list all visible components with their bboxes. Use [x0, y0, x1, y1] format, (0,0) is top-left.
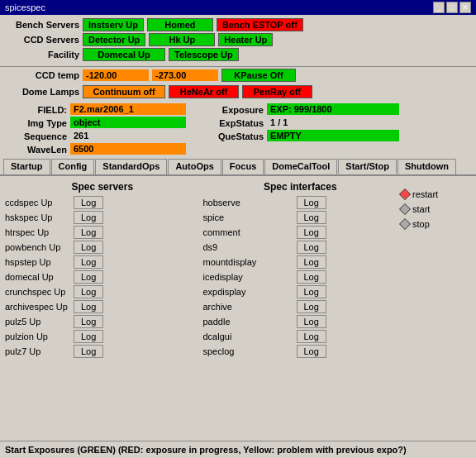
interface-log-button[interactable]: Log: [297, 345, 326, 358]
tab-startstop[interactable]: Start/Stop: [338, 159, 397, 174]
tab-config[interactable]: Config: [51, 159, 95, 174]
detector-button[interactable]: Detector Up: [83, 33, 145, 46]
restart-control[interactable]: restart: [401, 189, 471, 199]
wavelen-label: WaveLen: [5, 143, 67, 155]
tab-domecaltool[interactable]: DomeCalTool: [264, 159, 337, 174]
bench-estop-button[interactable]: Bench ESTOP off: [217, 18, 303, 31]
interface-log-button[interactable]: Log: [297, 270, 326, 284]
interface-log-button[interactable]: Log: [297, 241, 326, 254]
interface-row: archive Log: [203, 300, 398, 313]
interface-name: comment: [203, 227, 294, 237]
interface-name: hobserve: [203, 198, 294, 208]
window-controls[interactable]: _ □ ✕: [433, 2, 471, 13]
server-log-button[interactable]: Log: [74, 196, 103, 209]
sequence-value: 261: [70, 130, 186, 141]
interface-log-button[interactable]: Log: [297, 211, 326, 224]
server-log-button[interactable]: Log: [74, 300, 103, 313]
tab-autoops[interactable]: AutoOps: [168, 159, 221, 174]
server-log-button[interactable]: Log: [74, 211, 103, 224]
tab-focus[interactable]: Focus: [222, 159, 264, 174]
interface-name: ds9: [203, 242, 294, 252]
start-icon: [399, 203, 411, 215]
interface-log-button[interactable]: Log: [297, 330, 326, 343]
spec-interfaces-panel: Spec interfaces hobserve Log spice Log c…: [203, 181, 398, 392]
interface-row: ds9 Log: [203, 241, 398, 254]
exposure-label: Exposure: [189, 103, 264, 115]
tab-startup[interactable]: Startup: [3, 159, 50, 174]
field-value: F2.mar2006_1: [70, 103, 186, 115]
kpause-button[interactable]: KPause Off: [221, 69, 296, 82]
server-name: pulzion Up: [5, 332, 71, 341]
server-log-button[interactable]: Log: [74, 255, 103, 269]
domecal-button[interactable]: Domecal Up: [83, 48, 165, 61]
continuum-button[interactable]: Continuum off: [83, 85, 165, 98]
interface-log-button[interactable]: Log: [297, 255, 326, 269]
interface-name: icedisplay: [203, 272, 294, 282]
server-name: archivespec Up: [5, 302, 71, 312]
interface-row: expdisplay Log: [203, 285, 398, 298]
tab-standardops[interactable]: StandardOps: [95, 159, 167, 174]
controls-panel: restart start stop: [401, 181, 471, 392]
interface-name: expdisplay: [203, 287, 294, 297]
start-control[interactable]: start: [401, 204, 471, 214]
server-log-button[interactable]: Log: [74, 270, 103, 284]
questatus-value: EMPTY: [267, 130, 399, 141]
server-log-button[interactable]: Log: [74, 330, 103, 343]
server-row: hskspec Up Log: [5, 211, 200, 224]
heneAr-button[interactable]: HeNeAr off: [169, 85, 239, 98]
window-title: spicespec: [5, 2, 45, 12]
hk-button[interactable]: Hk Up: [149, 33, 215, 46]
interface-name: dcalgui: [203, 332, 294, 341]
stop-control[interactable]: stop: [401, 219, 471, 229]
server-row: archivespec Up Log: [5, 300, 200, 313]
server-log-button[interactable]: Log: [74, 285, 103, 298]
heater-button[interactable]: Heater Up: [218, 33, 273, 46]
expstatus-value: 1 / 1: [267, 117, 399, 128]
bench-servers-row: Bench Servers Instserv Up Homed Bench ES…: [5, 18, 471, 31]
temp1-value: -120.00: [83, 69, 149, 81]
interface-log-button[interactable]: Log: [297, 315, 326, 328]
instserv-button[interactable]: Instserv Up: [83, 18, 144, 31]
server-name: pulz5 Up: [5, 317, 71, 327]
server-row: pulz7 Up Log: [5, 345, 200, 358]
spec-servers-title: Spec servers: [5, 181, 200, 193]
interface-log-button[interactable]: Log: [297, 226, 326, 239]
bottom-text: Start Exposures (GREEN) (RED: exposure i…: [5, 445, 407, 455]
server-log-button[interactable]: Log: [74, 226, 103, 239]
exp-value: EXP: 999/1800: [267, 103, 399, 115]
homed-button[interactable]: Homed: [147, 18, 213, 31]
imgtype-value: object: [70, 117, 186, 128]
server-row: htrspec Up Log: [5, 226, 200, 239]
penray-button[interactable]: PenRay off: [242, 85, 312, 98]
interface-row: mountdisplay Log: [203, 255, 398, 269]
bench-servers-label: Bench Servers: [5, 20, 79, 30]
interface-log-button[interactable]: Log: [297, 285, 326, 298]
server-log-button[interactable]: Log: [74, 345, 103, 358]
server-log-button[interactable]: Log: [74, 315, 103, 328]
interface-name: mountdisplay: [203, 257, 294, 267]
dome-lamps-label: Dome Lamps: [5, 87, 79, 97]
interface-log-button[interactable]: Log: [297, 300, 326, 313]
spec-servers-panel: Spec servers ccdspec Up Log hskspec Up L…: [5, 181, 200, 392]
ccd-servers-label: CCD Servers: [5, 35, 79, 45]
ccd-servers-row: CCD Servers Detector Up Hk Up Heater Up: [5, 33, 471, 46]
facility-label: Facility: [5, 50, 79, 60]
interface-log-button[interactable]: Log: [297, 196, 326, 209]
tab-shutdown[interactable]: Shutdown: [397, 159, 456, 174]
maximize-button[interactable]: □: [446, 2, 458, 13]
expstatus-label: ExpStatus: [189, 117, 264, 128]
close-button[interactable]: ✕: [459, 2, 471, 13]
field-label: FIELD:: [5, 103, 67, 115]
interface-row: dcalgui Log: [203, 330, 398, 343]
server-log-button[interactable]: Log: [74, 241, 103, 254]
server-name: htrspec Up: [5, 227, 71, 237]
interface-row: hobserve Log: [203, 196, 398, 209]
interface-row: speclog Log: [203, 345, 398, 358]
server-name: domecal Up: [5, 272, 71, 282]
interface-row: paddle Log: [203, 315, 398, 328]
telescope-button[interactable]: Telescope Up: [169, 48, 239, 61]
interface-row: comment Log: [203, 226, 398, 239]
sequence-label: Sequence: [5, 130, 67, 141]
restart-label: restart: [412, 189, 438, 199]
minimize-button[interactable]: _: [433, 2, 445, 13]
